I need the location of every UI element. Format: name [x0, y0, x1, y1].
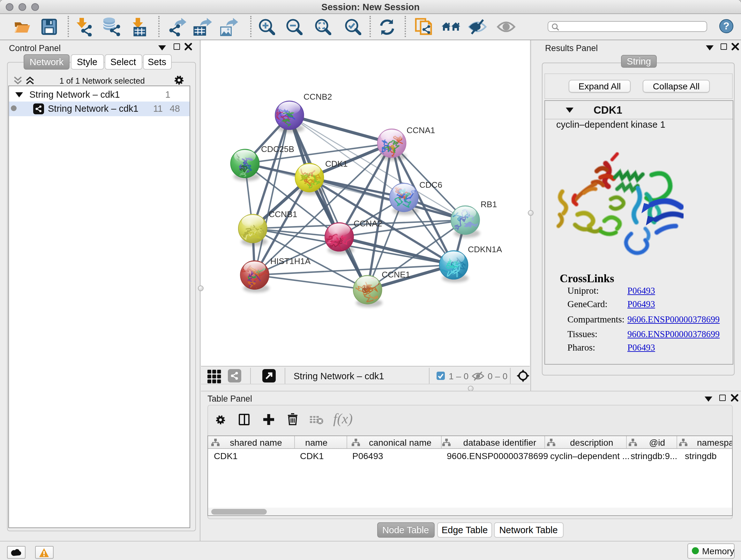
svg-text:CDC6: CDC6 [419, 180, 442, 190]
svg-text:CDC25B: CDC25B [261, 144, 294, 154]
svg-text:RB1: RB1 [481, 199, 497, 209]
svg-text:CCNB2: CCNB2 [304, 92, 332, 102]
svg-text:CCNE1: CCNE1 [382, 270, 410, 279]
svg-text:CCNA1: CCNA1 [407, 125, 435, 135]
svg-text:CCNA2: CCNA2 [354, 219, 382, 228]
svg-text:HIST1H1A: HIST1H1A [270, 256, 311, 266]
svg-text:CDKN1A: CDKN1A [468, 245, 502, 254]
svg-text:CDK1: CDK1 [325, 159, 347, 169]
svg-text:CCNB1: CCNB1 [269, 209, 297, 219]
